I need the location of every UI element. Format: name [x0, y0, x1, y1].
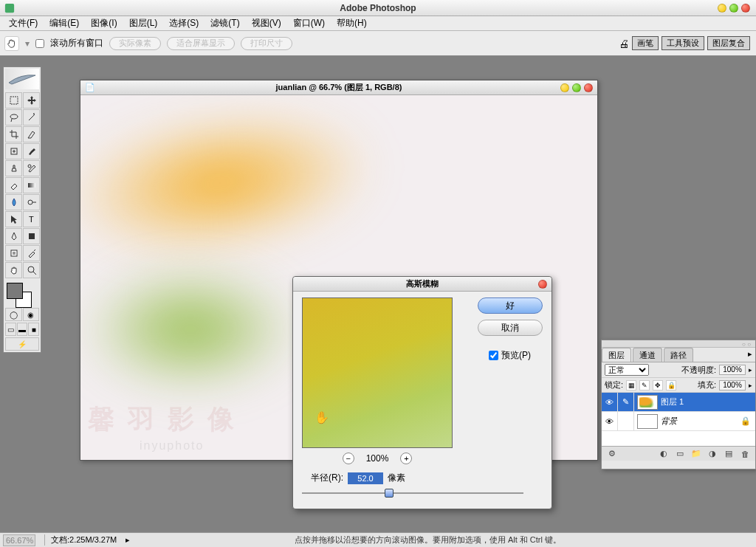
scroll-all-windows-checkbox[interactable] — [35, 39, 44, 48]
radius-slider[interactable] — [302, 488, 523, 498]
standard-mode-button[interactable]: ◯ — [5, 308, 22, 321]
print-size-button[interactable]: 打印尺寸 — [241, 37, 292, 50]
link-toggle[interactable] — [618, 412, 634, 430]
move-tool[interactable] — [23, 92, 40, 109]
history-brush-tool[interactable] — [23, 160, 40, 176]
notes-tool[interactable] — [5, 245, 22, 261]
crop-tool[interactable] — [5, 126, 22, 142]
ok-button[interactable]: 好 — [478, 297, 543, 314]
lock-icon: 🔒 — [740, 416, 751, 426]
cancel-button[interactable]: 取消 — [478, 320, 543, 336]
slice-tool[interactable] — [23, 126, 40, 142]
zoom-in-button[interactable]: + — [400, 453, 412, 464]
menu-view[interactable]: 视图(V) — [246, 17, 287, 30]
menu-select[interactable]: 选择(S) — [163, 17, 205, 30]
new-folder-button[interactable]: 📁 — [690, 449, 702, 459]
tab-layers[interactable]: 图层 — [602, 348, 631, 362]
layer-row[interactable]: 👁 ✎ 图层 1 — [602, 393, 755, 412]
close-button[interactable] — [741, 4, 750, 13]
pen-tool[interactable] — [5, 228, 22, 244]
palette-tab-brushes[interactable]: 画笔 — [632, 36, 659, 50]
dodge-tool[interactable] — [23, 194, 40, 210]
delete-layer-button[interactable]: 🗑 — [739, 449, 751, 459]
adjustment-layer-button[interactable]: ◑ — [707, 449, 718, 459]
radius-unit: 像素 — [388, 472, 405, 484]
link-toggle[interactable]: ✎ — [618, 393, 634, 411]
dialog-close-button[interactable] — [538, 280, 547, 289]
layer-mask-button[interactable]: ▭ — [674, 449, 686, 459]
healing-brush-tool[interactable] — [5, 143, 22, 159]
lock-all-icon[interactable]: 🔒 — [666, 380, 676, 391]
screen-mode-full[interactable]: ■ — [28, 323, 39, 336]
palette-tab-tool-presets[interactable]: 工具预设 — [662, 36, 704, 50]
status-menu-arrow[interactable]: ▸ — [126, 535, 130, 545]
visibility-toggle[interactable]: 👁 — [602, 393, 618, 411]
color-swatches[interactable] — [5, 281, 39, 306]
printer-icon[interactable]: 🖨 — [619, 38, 629, 49]
menu-filter[interactable]: 滤镜(T) — [205, 17, 245, 30]
visibility-toggle[interactable]: 👁 — [602, 412, 618, 430]
menu-help[interactable]: 帮助(H) — [331, 17, 373, 30]
lock-position-icon[interactable]: ✥ — [653, 380, 663, 391]
lock-transparency-icon[interactable]: ▦ — [626, 380, 636, 391]
jump-to-imageready[interactable]: ⚡ — [5, 337, 39, 351]
opacity-input[interactable]: 100% — [719, 365, 746, 375]
minimize-button[interactable] — [718, 4, 726, 13]
doc-close-button[interactable] — [584, 83, 593, 92]
eyedropper-tool[interactable] — [23, 245, 40, 261]
layer-list: 👁 ✎ 图层 1 👁 背景 🔒 — [602, 393, 755, 446]
doc-maximize-button[interactable] — [572, 83, 581, 92]
layer-effects-button[interactable]: ⚙ — [606, 449, 618, 459]
eraser-tool[interactable] — [5, 177, 22, 193]
zoom-readout[interactable]: 66.67% — [3, 534, 35, 546]
menu-layer[interactable]: 图层(L) — [123, 17, 164, 30]
menu-image[interactable]: 图像(I) — [85, 17, 123, 30]
lasso-tool[interactable] — [5, 109, 22, 125]
tab-paths[interactable]: 路径 — [664, 348, 693, 362]
radius-label: 半径(R): — [311, 472, 343, 484]
menu-window[interactable]: 窗口(W) — [287, 17, 331, 30]
magic-wand-tool[interactable] — [23, 109, 40, 125]
screen-mode-full-menubar[interactable]: ▬ — [17, 323, 28, 336]
menu-bar: 文件(F) 编辑(E) 图像(I) 图层(L) 选择(S) 滤镜(T) 视图(V… — [0, 16, 756, 31]
zoom-out-button[interactable]: − — [343, 453, 354, 464]
shape-tool[interactable] — [23, 228, 40, 244]
screen-mode-standard[interactable]: ▭ — [5, 323, 16, 336]
svg-point-6 — [28, 200, 32, 204]
marquee-tool[interactable] — [5, 92, 22, 109]
palette-tab-layer-comps[interactable]: 图层复合 — [707, 36, 750, 50]
layer-style-button[interactable]: ◐ — [658, 449, 670, 459]
filter-preview[interactable]: ✋ — [302, 297, 453, 448]
path-selection-tool[interactable] — [5, 211, 22, 227]
actual-pixels-button[interactable]: 实际像素 — [109, 37, 161, 50]
type-tool[interactable]: T — [23, 211, 40, 227]
panel-menu-button[interactable]: ▸ — [745, 348, 755, 362]
blend-mode-select[interactable]: 正常 — [605, 364, 649, 376]
panel-drag-handle[interactable]: ○ ○ — [602, 340, 755, 348]
new-layer-button[interactable]: ▤ — [723, 449, 735, 459]
maximize-button[interactable] — [729, 4, 738, 13]
layer-thumbnail[interactable] — [637, 414, 658, 429]
options-bar: ▾ 滚动所有窗口 实际像素 适合屏幕显示 打印尺寸 🖨 画笔 工具预设 图层复合 — [0, 31, 756, 56]
doc-minimize-button[interactable] — [560, 83, 569, 92]
clone-stamp-tool[interactable] — [5, 160, 22, 176]
lock-pixels-icon[interactable]: ✎ — [639, 380, 650, 391]
tab-channels[interactable]: 通道 — [633, 348, 662, 362]
quickmask-mode-button[interactable]: ◉ — [23, 308, 40, 321]
slider-thumb[interactable] — [385, 489, 394, 498]
layer-row[interactable]: 👁 背景 🔒 — [602, 412, 755, 431]
menu-edit[interactable]: 编辑(E) — [44, 17, 85, 30]
fit-screen-button[interactable]: 适合屏幕显示 — [167, 37, 235, 50]
hand-tool[interactable] — [5, 262, 22, 278]
radius-input[interactable] — [348, 472, 383, 484]
layer-thumbnail[interactable] — [637, 395, 658, 410]
gradient-tool[interactable] — [23, 177, 40, 193]
foreground-color-swatch[interactable] — [7, 283, 23, 299]
preview-checkbox[interactable] — [489, 351, 498, 360]
fill-input[interactable]: 100% — [719, 380, 746, 391]
hand-tool-icon[interactable] — [4, 36, 19, 51]
menu-file[interactable]: 文件(F) — [3, 17, 44, 30]
zoom-tool[interactable] — [23, 262, 40, 278]
blur-tool[interactable] — [5, 194, 22, 210]
brush-tool[interactable] — [23, 143, 40, 159]
